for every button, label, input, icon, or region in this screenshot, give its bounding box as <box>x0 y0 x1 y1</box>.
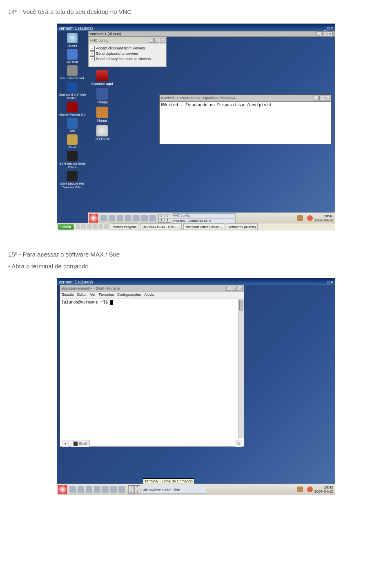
kwrited-body: KWrited - Escutando no Dispositivo /dev/… <box>160 102 331 109</box>
remote-window-controls[interactable]: _□× <box>316 31 333 36</box>
remote-desktop-2: alunos@vermont:~ - Shell - Konsole _□× S… <box>57 285 335 495</box>
window-controls-2[interactable]: _ □ × <box>324 280 333 284</box>
kde-menu-button[interactable] <box>89 214 98 223</box>
vnc-viewer-body: Lixeira AvRack Nero StartSmart Quartus I… <box>57 31 335 223</box>
terminal-scrollbar[interactable] <box>238 299 244 438</box>
task-konsole[interactable]: alunos@vermont:~ - Shel <box>142 485 206 494</box>
quicklaunch[interactable] <box>76 224 109 229</box>
menu-sessao[interactable]: Sessão <box>62 292 74 298</box>
xp-task-office-picture[interactable]: Microsoft Office Picture ... <box>183 223 225 230</box>
panel-clock: 10:45 2007-04-10 <box>314 214 335 222</box>
desktop-icon-ccc[interactable]: ccc <box>58 118 87 133</box>
step-15-text: 15º - Para acessar o software MAX / Sue <box>8 251 384 258</box>
xp-task-minhas-imagens[interactable]: Minhas Imagens <box>111 223 139 230</box>
remote-desktop: Lixeira AvRack Nero StartSmart Quartus I… <box>57 31 335 223</box>
step-14-text: 14º - Você terá a tela do seu desktop no… <box>8 8 384 15</box>
kde-icon-home[interactable]: Home <box>90 107 114 123</box>
remote-window-title: vermont:1 (alunos) <box>90 32 121 36</box>
terminal-icon <box>74 442 78 446</box>
konsole-menubar[interactable]: Sessão Editar Ver Favoritos Configuraçõe… <box>60 292 244 299</box>
vnc-config-window: VNC config _□× ✓Accept clipboard from vi… <box>88 37 167 67</box>
kwrited-controls[interactable]: _□× <box>313 96 330 100</box>
vnc-config-controls[interactable]: _□× <box>148 38 165 43</box>
konsole-tabbar: ▾ Shell □ <box>60 438 244 449</box>
desktop-icon-quartus[interactable]: Quartus II 6.1 Web Edition <box>58 82 87 100</box>
kde-icon-floppy[interactable]: Floppy <box>90 88 114 104</box>
desktop-icon-ssh-file[interactable]: SSH Secure File Transfer Clien <box>58 171 87 189</box>
menu-ver[interactable]: Ver <box>90 292 96 298</box>
panel-launchers-2[interactable] <box>69 486 125 493</box>
desktop-icon-nero[interactable]: Nero StartSmart <box>58 65 87 80</box>
task-vnc-config[interactable]: VNC config <box>172 213 236 218</box>
screenshot-2: vermont:1 (alunos) _ □ × alunos@vermont:… <box>57 278 335 495</box>
task-kwrited[interactable]: KWrited - Escutando no D <box>172 219 236 223</box>
desktop-icon-recycle[interactable]: Lixeira <box>58 33 87 47</box>
xp-start-button[interactable]: Iniciar <box>58 224 74 230</box>
window-controls[interactable]: _ □ × <box>324 26 333 31</box>
close-tab-button[interactable]: □ <box>235 440 242 447</box>
desktop-icon-adobe[interactable]: Adobe Reader 6.0 <box>58 102 87 116</box>
menu-editar[interactable]: Editar <box>77 292 87 298</box>
vnc-viewer-title-2: vermont:1 (alunos) <box>59 280 93 284</box>
step-15b-text: - Abra o terminal de comando <box>8 263 384 270</box>
panel-launchers[interactable] <box>100 215 156 221</box>
kde-icon-start-here[interactable]: Comece aqui <box>90 70 114 86</box>
clipboard-icon[interactable] <box>297 215 303 221</box>
host-taskbar: Iniciar Minhas Imagens 150.164.140.43 - … <box>57 223 335 230</box>
kwrited-title: KWrited - Escutando no Dispositivo /dev/… <box>161 96 235 100</box>
alert-icon-2[interactable] <box>307 487 313 492</box>
konsole-window: alunos@vermont:~ - Shell - Konsole _□× S… <box>60 285 244 447</box>
cursor-icon <box>110 300 113 305</box>
vnc-viewer-title: vermont:1 (alunos) <box>59 26 93 31</box>
clipboard-icon-2[interactable] <box>297 487 303 492</box>
desktop-icon-ssh-shell[interactable]: SSH Secure Shell Client <box>58 151 87 169</box>
xp-task-vnc[interactable]: vermont:1 (alunos) <box>227 223 258 230</box>
remote-panel-2: Terminal - Linha de Comando 1 2 3 4 alun… <box>57 484 335 495</box>
kde-icon-cdrom[interactable]: CD-ROM <box>90 125 114 141</box>
remote-panel: 1 2 3 4 VNC config KWrited - Escutando n… <box>88 212 335 223</box>
konsole-title: alunos@vermont:~ - Shell - Konsole <box>61 286 120 290</box>
konsole-controls[interactable]: _□× <box>225 286 243 291</box>
desktop-icon-avrack[interactable]: AvRack <box>58 49 87 64</box>
host-desktop-icons: Lixeira AvRack Nero StartSmart Quartus I… <box>58 33 87 189</box>
remote-window-titlebar: vermont:1 (alunos) _□× <box>88 31 335 37</box>
xp-task-ip[interactable]: 150.164.140.43 - MMI - ... <box>140 223 182 230</box>
menu-ajuda[interactable]: Ajuda <box>144 292 154 298</box>
tab-shell[interactable]: Shell <box>71 440 90 447</box>
desktop-icon-paint[interactable]: Paint <box>58 134 87 149</box>
checkbox-send-clipboard[interactable]: ✓ <box>90 51 95 56</box>
new-tab-button[interactable]: ▾ <box>62 440 69 447</box>
alert-icon[interactable] <box>307 215 313 221</box>
remote-desktop-icons: Comece aqui Floppy Home CD-ROM <box>90 70 114 141</box>
desktop-pager[interactable]: 1 2 3 4 <box>158 214 170 223</box>
panel-tooltip: Terminal - Linha de Comando <box>143 478 194 484</box>
checkbox-accept-clipboard[interactable]: ✓ <box>90 46 95 51</box>
menu-favoritos[interactable]: Favoritos <box>99 292 114 298</box>
terminal-content[interactable]: [alunos@vermont ~]$ <box>60 299 238 438</box>
screenshot-1: vermont:1 (alunos) _ □ × Lixeira AvRack … <box>57 23 335 230</box>
kde-menu-button-2[interactable] <box>58 485 67 494</box>
desktop-pager-2[interactable]: 1 2 3 4 <box>128 485 140 494</box>
vnc-config-title: VNC config <box>90 38 109 42</box>
menu-config[interactable]: Configurações <box>117 292 141 298</box>
kwrited-window: KWrited - Escutando no Dispositivo /dev/… <box>159 94 332 144</box>
panel-clock-2: 10:45 2007-04-10 <box>314 485 335 493</box>
checkbox-send-primary[interactable]: ✓ <box>90 56 95 61</box>
